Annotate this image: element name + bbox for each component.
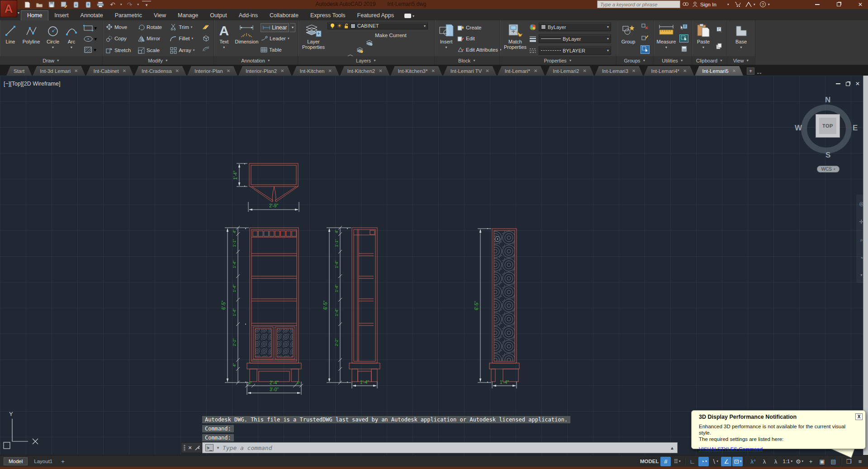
- copy-clip-icon[interactable]: [716, 43, 722, 51]
- file-tab-int-cradensa[interactable]: Int-Cradensa✕: [134, 66, 186, 76]
- undo-caret-icon[interactable]: ▾: [120, 3, 122, 6]
- app-caret-icon[interactable]: ▾: [754, 0, 755, 9]
- file-tab-close-icon[interactable]: ✕: [74, 68, 78, 73]
- arc-button[interactable]: Arc▼: [63, 21, 80, 56]
- ribbon-tab-output[interactable]: Output: [204, 11, 233, 20]
- ortho-icon[interactable]: ∟: [687, 457, 697, 466]
- panel-label-draw[interactable]: Draw▼: [0, 56, 102, 65]
- stretch-button[interactable]: Stretch: [106, 46, 138, 55]
- mirror-button[interactable]: Mirror: [138, 34, 170, 43]
- undo-icon[interactable]: ↶: [108, 1, 117, 9]
- match-properties-button[interactable]: Match Properties: [501, 21, 529, 56]
- file-tab-close-icon[interactable]: ✕: [485, 68, 489, 73]
- circle-button[interactable]: Circle▼: [43, 21, 63, 56]
- linear-dimension-button[interactable]: Linear ▼: [261, 23, 296, 32]
- rectangle-caret-icon[interactable]: ▾: [94, 25, 97, 31]
- file-tab-int-lemari5[interactable]: Int-Lemari5✕: [695, 66, 743, 76]
- file-tab-close-icon[interactable]: ✕: [123, 68, 126, 73]
- ribbon-tab-collaborate[interactable]: Collaborate: [264, 11, 304, 20]
- group-selection-toggle[interactable]: [640, 45, 650, 54]
- ribbon-tab-annotate[interactable]: Annotate: [75, 11, 109, 20]
- new-layout-button[interactable]: +: [59, 458, 67, 465]
- vertical-scrollbar[interactable]: [863, 76, 868, 455]
- close-button[interactable]: ✕: [858, 2, 863, 7]
- fillet-caret-icon[interactable]: ▾: [191, 37, 193, 40]
- file-tab-int-kitchen[interactable]: Int-Kitchen✕: [292, 66, 339, 76]
- move-button[interactable]: Move: [106, 22, 138, 32]
- rectangle-button[interactable]: ▾: [83, 24, 97, 32]
- application-menu-button[interactable]: A: [0, 0, 17, 17]
- block-edit-button[interactable]: Edit: [457, 34, 475, 43]
- file-tab-close-icon[interactable]: ✕: [379, 68, 382, 73]
- ellipse-button[interactable]: ▾: [83, 36, 97, 42]
- ribbon-tab-express-tools[interactable]: Express Tools: [304, 11, 351, 20]
- ribbon-tab-featured-apps[interactable]: Featured Apps: [351, 11, 400, 20]
- help-caret-icon[interactable]: ▾: [768, 0, 770, 9]
- table-button[interactable]: Table: [261, 45, 296, 54]
- text-button[interactable]: A Text▼: [215, 21, 233, 56]
- base-button[interactable]: Base▼: [730, 21, 753, 56]
- object-snap-icon[interactable]: ⊡▾: [732, 457, 743, 466]
- workspace-gear-icon[interactable]: ⚙▾: [794, 457, 805, 466]
- file-tab-close-icon[interactable]: ✕: [175, 68, 179, 73]
- file-tab-close-icon[interactable]: ✕: [431, 68, 435, 73]
- application-menu-caret-icon[interactable]: ▾: [18, 11, 19, 15]
- line-button[interactable]: Line: [1, 21, 19, 56]
- search-icon[interactable]: [682, 0, 689, 9]
- file-tab-int-lemari4-[interactable]: Int-Lemari4*✕: [644, 66, 694, 76]
- dimension-button[interactable]: Dimension: [233, 21, 261, 56]
- wcs-menu[interactable]: WCS▾: [817, 166, 840, 172]
- file-tab-close-icon[interactable]: ✕: [683, 68, 687, 73]
- help-icon[interactable]: ?: [760, 0, 766, 9]
- qat-customize-icon[interactable]: ▾: [142, 1, 151, 9]
- layer-select[interactable]: ☀ CABINET ▾: [327, 22, 428, 29]
- model-tab[interactable]: Model: [4, 457, 28, 465]
- array-button[interactable]: Array▾: [170, 46, 199, 55]
- command-customize-wrench-icon[interactable]: [194, 445, 199, 451]
- isolate-objects-icon[interactable]: ▣: [817, 457, 827, 466]
- redo-caret-icon[interactable]: ▾: [138, 3, 139, 6]
- ribbon-tab-add-ins[interactable]: Add-ins: [233, 11, 264, 20]
- object-snap-tracking-icon[interactable]: ∠: [721, 457, 731, 466]
- autodesk-app-icon[interactable]: [745, 0, 752, 9]
- minimize-button[interactable]: [815, 4, 820, 5]
- erase-button[interactable]: [202, 24, 210, 32]
- polyline-button[interactable]: Polyline: [19, 21, 43, 56]
- block-create-button[interactable]: Create: [457, 23, 482, 33]
- save-to-web-icon[interactable]: [84, 1, 93, 9]
- ribbon-tab-insert[interactable]: Insert: [48, 11, 74, 20]
- ribbon-tab-home[interactable]: Home: [21, 10, 48, 20]
- ellipse-caret-icon[interactable]: ▾: [94, 36, 97, 42]
- panel-label-utilities[interactable]: Utilities▼: [654, 56, 692, 65]
- crosshair-plus-icon[interactable]: +: [806, 457, 816, 466]
- file-tab-overflow-icon[interactable]: ⌄⌄: [756, 70, 761, 75]
- rotate-button[interactable]: Rotate: [138, 22, 170, 32]
- layer-properties-button[interactable]: Layer Properties: [299, 21, 327, 56]
- viewcube-top-face[interactable]: TOP: [816, 114, 840, 138]
- file-tab-int-kitchen2[interactable]: Int-Kitchen2✕: [340, 66, 390, 76]
- copy-button[interactable]: Copy: [106, 34, 138, 43]
- explode-button[interactable]: [202, 35, 210, 43]
- linetype-select[interactable]: BYLAYER▾: [539, 46, 611, 55]
- file-tab-close-icon[interactable]: ✕: [328, 68, 332, 73]
- snap-icon[interactable]: ⠿▾: [672, 457, 682, 466]
- panel-label-layers[interactable]: Layers▼: [298, 56, 434, 65]
- paste-button[interactable]: Paste▼: [693, 21, 713, 56]
- panel-label-annotation[interactable]: Annotation▼: [214, 56, 298, 65]
- file-tab-close-icon[interactable]: ✕: [732, 68, 736, 73]
- group-button[interactable]: Group: [618, 21, 639, 56]
- command-expand-icon[interactable]: ▲: [670, 445, 674, 450]
- file-tab-int-cabinet[interactable]: Int-Cabinet✕: [86, 66, 133, 76]
- viewcube[interactable]: N W E S TOP: [797, 97, 860, 161]
- viewcube-west[interactable]: W: [795, 124, 802, 133]
- lineweight-select[interactable]: ByLayer▾: [539, 34, 611, 43]
- ribbon-tab-view[interactable]: View: [148, 11, 172, 20]
- command-bar-grip[interactable]: ✕: [181, 442, 202, 453]
- panel-label-properties[interactable]: Properties▼: [500, 56, 616, 65]
- sign-in-button[interactable]: Sign In: [700, 0, 716, 9]
- new-drawing-button[interactable]: +: [747, 67, 754, 75]
- hatch-button[interactable]: ▾: [84, 46, 96, 53]
- cut-icon[interactable]: [716, 27, 723, 34]
- search-input[interactable]: [597, 0, 680, 8]
- quick-calculator-button[interactable]: [681, 46, 687, 53]
